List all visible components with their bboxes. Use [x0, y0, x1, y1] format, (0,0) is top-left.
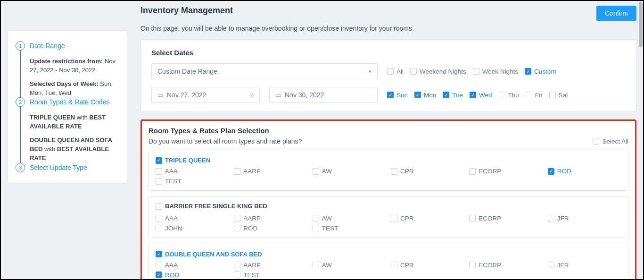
- start-date-value: Nov 27, 2022: [167, 91, 206, 99]
- rate-checkbox-ecorp[interactable]: ECORP: [469, 168, 543, 175]
- step-badge: 3: [16, 163, 25, 172]
- checkbox-box: [156, 178, 162, 185]
- rate-checkbox-john[interactable]: JOHN: [156, 225, 229, 232]
- checkbox-box: [469, 215, 476, 221]
- rate-label: AARP: [243, 215, 261, 222]
- checkbox-box: [313, 168, 319, 175]
- date-range-type-select[interactable]: Custom Date Range ▾: [151, 63, 378, 79]
- rate-checkbox-aarp[interactable]: AARP: [234, 168, 307, 175]
- checkbox-box: [234, 225, 240, 231]
- rate-checkbox-jfr[interactable]: JFR: [548, 215, 621, 222]
- rate-label: AW: [322, 215, 332, 222]
- select-all-checkbox[interactable]: Select All: [593, 138, 628, 145]
- room-type-name: TRIPLE QUEEN: [165, 157, 210, 164]
- rate-checkbox-rod[interactable]: ROD: [156, 272, 229, 279]
- day-checkbox-sat[interactable]: Sat: [549, 92, 568, 99]
- filter-checkbox-custom[interactable]: Custom: [525, 68, 556, 75]
- rate-checkbox-aaa[interactable]: AAA: [156, 215, 229, 222]
- day-checkbox-tue[interactable]: Tue: [443, 92, 463, 99]
- rate-label: JFR: [557, 215, 569, 222]
- checkbox-box: [313, 215, 319, 221]
- checkbox-box: [234, 272, 240, 278]
- checkbox-box: [313, 262, 319, 268]
- rate-checkbox-aarp[interactable]: AARP: [234, 262, 307, 269]
- room-type-checkbox[interactable]: DOUBLE QUEEN AND SOFA BED: [156, 251, 262, 258]
- filter-checkbox-week-nights[interactable]: Week Nights: [473, 68, 518, 75]
- rate-label: ROD: [165, 272, 179, 279]
- rate-checkbox-aaa[interactable]: AAA: [156, 262, 229, 269]
- room-group: DOUBLE QUEEN AND SOFA BEDAAAAARPAWCPRECO…: [149, 244, 628, 280]
- checkbox-box: [525, 68, 531, 75]
- rate-label: AAA: [165, 168, 178, 175]
- room-type-checkbox[interactable]: BARRIER FREE SINGLE KING BED: [156, 203, 267, 210]
- filter-checkbox-weekend-nights[interactable]: Weekend Nights: [410, 68, 466, 75]
- rate-label: TEST: [165, 178, 182, 185]
- rate-checkbox-aarp[interactable]: AARP: [234, 215, 307, 222]
- rate-checkbox-rod[interactable]: ROD: [234, 225, 307, 232]
- checkbox-box: [156, 225, 162, 231]
- rate-label: ROD: [557, 168, 571, 175]
- end-date-input[interactable]: ▭ Nov 30, 2022: [269, 87, 378, 103]
- room-type-checkbox[interactable]: TRIPLE QUEEN: [156, 157, 210, 164]
- rate-checkbox-cpr[interactable]: CPR: [391, 215, 464, 222]
- checkbox-label: All: [396, 68, 404, 75]
- rate-checkbox-test[interactable]: TEST: [234, 272, 307, 279]
- step-title[interactable]: Select Update Type: [30, 163, 87, 172]
- page-subtitle: On this page, you will be able to manage…: [140, 25, 636, 32]
- end-date-value: Nov 30, 2022: [285, 91, 324, 99]
- rate-checkbox-ecorp[interactable]: ECORP: [469, 215, 543, 222]
- step-content: Update restrictions from: Nov 27, 2022 -…: [30, 57, 118, 97]
- checkbox-box: [549, 92, 556, 98]
- rate-checkbox-ecorp[interactable]: ECORP: [469, 262, 543, 269]
- rates-title: Room Types & Rates Plan Selection: [149, 127, 628, 135]
- rate-label: CPR: [400, 168, 414, 175]
- rate-checkbox-aw[interactable]: AW: [313, 168, 386, 175]
- page-title: Inventory Management: [140, 6, 233, 16]
- step-title[interactable]: Date Range: [30, 41, 65, 51]
- checkbox-box: [156, 272, 162, 278]
- scrollbar-thumb[interactable]: [639, 2, 643, 47]
- checkbox-label: Fri: [535, 92, 543, 99]
- clear-icon[interactable]: ⊘: [249, 92, 255, 99]
- checkbox-box: [156, 262, 162, 268]
- day-checkbox-thu[interactable]: Thu: [499, 92, 519, 99]
- checkbox-box: [526, 92, 532, 98]
- checkbox-box: [593, 138, 599, 144]
- start-date-input[interactable]: ▭ Nov 27, 2022 ⊘: [151, 87, 260, 103]
- rate-checkbox-rod[interactable]: ROD: [548, 168, 621, 175]
- step-title[interactable]: Room Types & Rate Codes: [30, 97, 109, 107]
- day-checkbox-sun[interactable]: Sun: [387, 92, 408, 99]
- rate-checkbox-aw[interactable]: AW: [313, 215, 386, 222]
- rate-checkbox-test[interactable]: TEST: [313, 225, 386, 232]
- rate-label: ECORP: [479, 168, 501, 175]
- rate-checkbox-cpr[interactable]: CPR: [391, 262, 464, 269]
- checkbox-box: [234, 215, 240, 221]
- rate-label: CPR: [400, 262, 414, 269]
- rate-checkbox-test[interactable]: TEST: [156, 178, 229, 185]
- checkbox-box: [156, 251, 162, 257]
- step-badge: 2: [16, 97, 25, 107]
- checkbox-box: [391, 262, 397, 268]
- rate-checkbox-aw[interactable]: AW: [313, 262, 386, 269]
- checkbox-box: [156, 215, 162, 221]
- filter-checkbox-all[interactable]: All: [387, 68, 404, 75]
- day-checkbox-fri[interactable]: Fri: [526, 92, 543, 99]
- rate-label: AW: [322, 168, 332, 175]
- rate-checkbox-jfr[interactable]: JFR: [548, 262, 621, 269]
- rate-checkbox-aaa[interactable]: AAA: [156, 168, 229, 175]
- checkbox-box: [548, 215, 554, 221]
- select-all-label: Select All: [602, 138, 628, 145]
- checkbox-box: [234, 168, 240, 175]
- rate-label: AAA: [165, 262, 178, 269]
- day-checkbox-mon[interactable]: Mon: [414, 92, 436, 99]
- checkbox-box: [548, 168, 554, 175]
- confirm-button[interactable]: Confirm: [596, 6, 636, 21]
- select-dates-card: Select Dates Custom Date Range ▾ AllWeek…: [140, 40, 636, 112]
- rate-label: TEST: [322, 225, 339, 232]
- rate-label: ECORP: [479, 215, 501, 222]
- day-checkbox-wed[interactable]: Wed: [470, 92, 492, 99]
- checkbox-label: Custom: [534, 68, 556, 75]
- rate-checkbox-cpr[interactable]: CPR: [391, 168, 464, 175]
- rate-label: AARP: [243, 168, 261, 175]
- rate-label: TEST: [243, 272, 260, 279]
